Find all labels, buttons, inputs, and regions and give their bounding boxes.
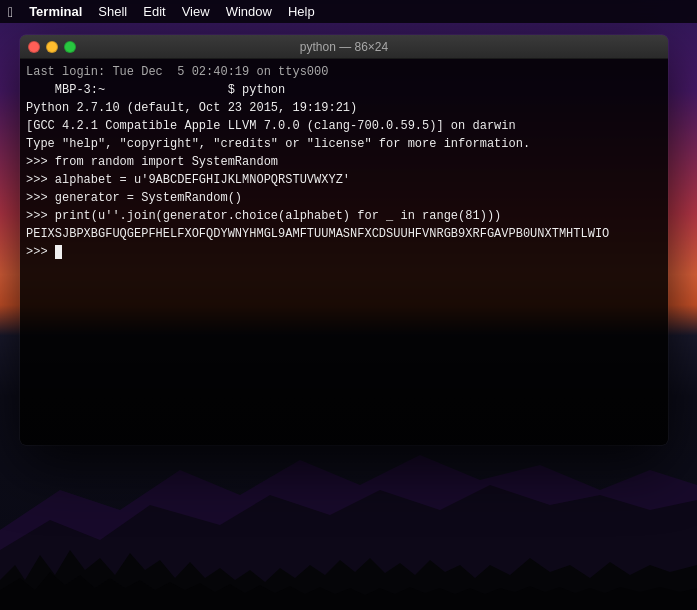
terminal-line: >>> generator = SystemRandom() (26, 189, 662, 207)
menu-help[interactable]: Help (288, 4, 315, 19)
terminal-prompt-line: >>> (26, 243, 662, 261)
terminal-line: Python 2.7.10 (default, Oct 23 2015, 19:… (26, 99, 662, 117)
minimize-button[interactable] (46, 41, 58, 53)
terminal-line: Last login: Tue Dec 5 02:40:19 on ttys00… (26, 63, 662, 81)
terminal-line: [GCC 4.2.1 Compatible Apple LLVM 7.0.0 (… (26, 117, 662, 135)
terminal-line: MBP-3:~ $ python (26, 81, 662, 99)
menu-edit[interactable]: Edit (143, 4, 165, 19)
terminal-line: >>> alphabet = u'9ABCDEFGHIJKLMNOPQRSTUV… (26, 171, 662, 189)
terminal-line: Type "help", "copyright", "credits" or "… (26, 135, 662, 153)
close-button[interactable] (28, 41, 40, 53)
terminal-output: PEIXSJBPXBGFUQGEPFHELFXOFQDYWNYHMGL9AMFT… (26, 225, 662, 243)
terminal-line: >>> print(u''.join(generator.choice(alph… (26, 207, 662, 225)
traffic-lights (28, 41, 76, 53)
menu-window[interactable]: Window (226, 4, 272, 19)
menu-shell[interactable]: Shell (98, 4, 127, 19)
maximize-button[interactable] (64, 41, 76, 53)
terminal-body[interactable]: Last login: Tue Dec 5 02:40:19 on ttys00… (20, 59, 668, 445)
terminal-titlebar: python — 86×24 (20, 35, 668, 59)
terminal-title: python — 86×24 (300, 40, 388, 54)
terminal-line: >>> from random import SystemRandom (26, 153, 662, 171)
menu-terminal[interactable]: Terminal (29, 4, 82, 19)
apple-menu[interactable]:  (8, 4, 13, 20)
terminal-window: python — 86×24 Last login: Tue Dec 5 02:… (20, 35, 668, 445)
terminal-cursor (55, 245, 62, 259)
menubar:  Terminal Shell Edit View Window Help (0, 0, 697, 23)
menu-view[interactable]: View (182, 4, 210, 19)
